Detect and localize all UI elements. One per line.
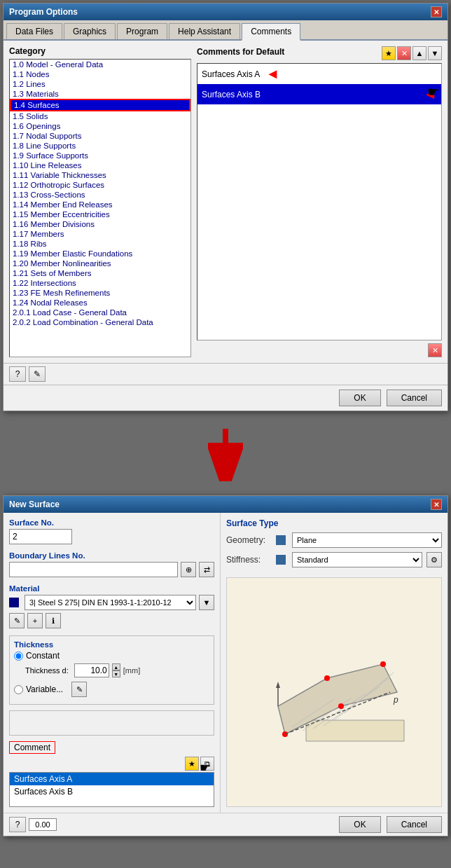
category-item[interactable]: 2.0.1 Load Case - General Data	[10, 308, 190, 317]
thickness-d-input[interactable]	[74, 663, 109, 677]
thickness-up-btn[interactable]: ▲	[112, 663, 120, 670]
svg-point-13	[324, 675, 330, 681]
material-edit-btn[interactable]: ✎	[9, 613, 25, 628]
category-item[interactable]: 1.1 Nodes	[10, 69, 190, 79]
surface-no-group: Surface No.	[9, 518, 214, 544]
material-info-btn[interactable]: ℹ	[46, 613, 61, 628]
comments-list-bottom[interactable]: Surfaces Axis A Surfaces Axis B	[9, 772, 214, 807]
comments-toolbar: ★ ✕ ▲ ▼	[382, 46, 442, 60]
constant-radio[interactable]	[14, 652, 23, 661]
top-dialog-close[interactable]: ✕	[431, 6, 442, 18]
delete-button-bottom[interactable]: ✕	[428, 343, 442, 357]
comment-text-1[interactable]: Surfaces Axis A	[202, 69, 260, 79]
arrow-right-icon-1: ◄	[265, 66, 279, 82]
category-title: Category	[9, 46, 191, 56]
stiffness-row: Stiffness: Standard ⚙	[226, 552, 442, 567]
down-arrow-svg	[208, 425, 243, 481]
material-row: 3| Steel S 275| DIN EN 1993-1-1:2010-12 …	[9, 595, 214, 610]
category-item[interactable]: 1.8 Line Supports	[10, 141, 190, 151]
ok-button-bottom[interactable]: OK	[339, 816, 380, 833]
geometry-select[interactable]: Plane	[292, 532, 442, 548]
category-scroll[interactable]: 1.0 Model - General Data 1.1 Nodes 1.2 L…	[10, 60, 190, 326]
category-item[interactable]: 1.22 Intersections	[10, 278, 190, 288]
tabs-bar: Data Files Graphics Program Help Assista…	[4, 20, 447, 41]
tab-comments[interactable]: Comments	[242, 23, 300, 41]
category-item[interactable]: 1.20 Member Nonlinearities	[10, 259, 190, 268]
category-item[interactable]: 1.0 Model - General Data	[10, 60, 190, 69]
add-comment-button[interactable]: ★	[382, 46, 396, 60]
delete-comment-button[interactable]: ✕	[397, 46, 411, 60]
tab-help-assistant[interactable]: Help Assistant	[169, 23, 240, 39]
help-icon-button[interactable]: ?	[9, 366, 26, 382]
thickness-down-btn[interactable]: ▼	[112, 670, 120, 677]
tab-graphics[interactable]: Graphics	[64, 23, 116, 39]
help-icon-bottom[interactable]: ?	[9, 817, 26, 832]
category-item[interactable]: 2.0.2 Load Combination - General Data	[10, 317, 190, 326]
tab-program[interactable]: Program	[117, 23, 167, 39]
comments-list[interactable]: Surfaces Axis A ◄ Surfaces Axis B ◄ ☛	[197, 63, 442, 340]
category-item[interactable]: 1.21 Sets of Members	[10, 268, 190, 278]
category-item[interactable]: 1.7 Nodal Supports	[10, 131, 190, 141]
category-item[interactable]: 1.5 Solids	[10, 111, 190, 121]
category-item[interactable]: 1.16 Member Divisions	[10, 219, 190, 229]
category-item[interactable]: 1.2 Lines	[10, 79, 190, 89]
material-add-btn[interactable]: +	[27, 613, 43, 628]
comment-item-bottom-2[interactable]: Surfaces Axis B	[10, 785, 214, 798]
category-list-wrapper: 1.0 Model - General Data 1.1 Nodes 1.2 L…	[9, 59, 191, 357]
surface-no-input[interactable]	[9, 529, 72, 544]
category-item[interactable]: 1.13 Cross-Sections	[10, 190, 190, 200]
comment-row-2[interactable]: Surfaces Axis B ◄	[197, 84, 441, 104]
ok-button-top[interactable]: OK	[339, 390, 380, 406]
copy-comment-bottom-button[interactable]: ⧉	[200, 757, 214, 771]
category-item[interactable]: 1.18 Ribs	[10, 239, 190, 249]
comment-text-2: Surfaces Axis B	[202, 90, 417, 99]
move-up-button[interactable]: ▲	[412, 46, 426, 60]
variable-edit-btn[interactable]: ✎	[71, 682, 87, 697]
edit-icon-button[interactable]: ✎	[29, 366, 46, 382]
boundary-lines-input[interactable]	[9, 562, 178, 577]
boundary-row: ⊕ ⇄	[9, 562, 214, 577]
stiffness-edit-btn[interactable]: ⚙	[426, 552, 442, 567]
material-color-icon	[9, 598, 19, 607]
category-item[interactable]: 1.15 Member Eccentricities	[10, 209, 190, 219]
category-item[interactable]: 1.9 Surface Supports	[10, 151, 190, 160]
category-item[interactable]: 1.17 Members	[10, 229, 190, 239]
cancel-button-top[interactable]: Cancel	[387, 390, 442, 406]
category-item[interactable]: 1.10 Line Releases	[10, 160, 190, 170]
category-item[interactable]: 1.11 Variable Thicknesses	[10, 170, 190, 180]
bottom-dialog-close[interactable]: ✕	[431, 499, 442, 510]
footer-left: ? 0.00	[9, 817, 57, 832]
thickness-spinner: ▲ ▼	[112, 663, 120, 677]
category-item[interactable]: 1.19 Member Elastic Foundations	[10, 249, 190, 259]
add-comment-bottom-button[interactable]: ★ ☛	[185, 757, 199, 771]
surface-3d-preview: p	[226, 577, 442, 807]
top-dialog-title: Program Options	[9, 7, 78, 17]
surface-no-label: Surface No.	[9, 518, 214, 527]
material-select[interactable]: 3| Steel S 275| DIN EN 1993-1-1:2010-12	[25, 595, 196, 610]
move-down-button[interactable]: ▼	[428, 46, 442, 60]
category-item-surfaces[interactable]: 1.4 Surfaces	[10, 99, 190, 111]
variable-radio[interactable]	[14, 685, 23, 694]
material-dropdown-btn[interactable]: ▼	[199, 595, 214, 610]
boundary-reverse-button[interactable]: ⇄	[199, 562, 214, 577]
svg-point-12	[380, 661, 386, 667]
category-item[interactable]: 1.3 Materials	[10, 89, 190, 99]
tab-data-files[interactable]: Data Files	[6, 23, 62, 39]
category-item[interactable]: 1.12 Orthotropic Surfaces	[10, 180, 190, 190]
material-label: Material	[9, 584, 214, 593]
boundary-lines-group: Boundary Lines No. ⊕ ⇄	[9, 551, 214, 577]
comment-toolbar-bottom: ★ ☛ ⧉	[9, 757, 214, 771]
stiffness-select[interactable]: Standard	[292, 552, 422, 567]
comments-title: Comments for Default	[197, 47, 284, 57]
cancel-button-bottom[interactable]: Cancel	[387, 816, 442, 833]
new-surface-dialog: New Surface ✕ Surface No. Boundary Lines…	[3, 495, 448, 836]
category-item[interactable]: 1.23 FE Mesh Refinements	[10, 288, 190, 298]
comment-item-bottom-1[interactable]: Surfaces Axis A	[10, 773, 214, 785]
category-item[interactable]: 1.14 Member End Releases	[10, 200, 190, 209]
thickness-d-label: Thickness d:	[25, 666, 69, 675]
category-item[interactable]: 1.6 Openings	[10, 121, 190, 131]
two-col-layout: Surface No. Boundary Lines No. ⊕ ⇄ Mater…	[4, 513, 447, 813]
value-display: 0.00	[29, 818, 57, 831]
category-item[interactable]: 1.24 Nodal Releases	[10, 298, 190, 308]
boundary-pick-button[interactable]: ⊕	[181, 562, 196, 577]
